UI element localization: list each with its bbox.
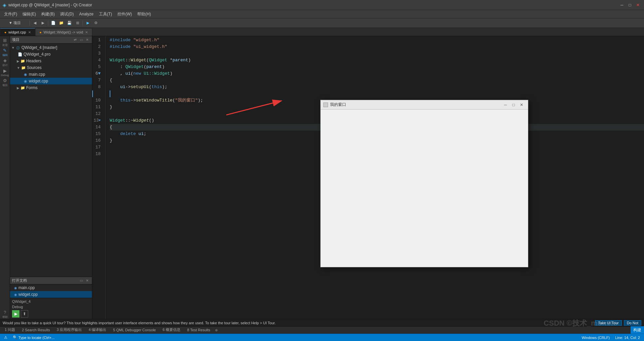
menu-tools[interactable]: 工具(T) <box>96 10 115 18</box>
menu-help[interactable]: 帮助(H) <box>135 10 154 18</box>
tab-close-func[interactable]: ✕ <box>85 30 88 34</box>
debug-buttons: ▶ ⬆ <box>12 310 90 318</box>
toolbar-forward[interactable]: ▶ <box>39 19 47 27</box>
tab-function[interactable]: ● Widget::Widget() -> void ✕ <box>35 28 92 36</box>
punct-brace-open-1: { <box>110 77 112 84</box>
tree-item-sources[interactable]: ▼ 📁 Sources <box>10 64 92 71</box>
float-title-left: 我的窗口 <box>323 102 346 108</box>
toolbar-new[interactable]: 📄 <box>50 19 57 27</box>
line-num-18: 18 <box>92 151 103 157</box>
menu-build[interactable]: 构建(B) <box>39 10 57 18</box>
tree-folder-icon-headers: 📁 <box>20 59 25 63</box>
sidebar-item-welcome[interactable]: ⊞ 欢迎 <box>0 38 10 47</box>
bottom-tab-issues[interactable]: 1 问题 <box>1 327 18 334</box>
sidebar-item-project[interactable]: ⚙ 项目 <box>0 78 10 87</box>
tree-item-forms[interactable]: ▶ 📁 Forms <box>10 84 92 91</box>
open-files-close-btn[interactable]: ✕ <box>85 278 90 283</box>
panel-collapse-btn[interactable]: ▭ <box>78 37 84 43</box>
step-button[interactable]: ⬆ <box>21 310 28 318</box>
edit-label: 编辑 <box>2 53 8 57</box>
menu-controls[interactable]: 控件(W) <box>115 10 135 18</box>
code-line-6: , ui(new Ui::Widget) <box>110 70 644 77</box>
toolbar-save[interactable]: 💾 <box>66 19 73 27</box>
status-line-col[interactable]: Line: 14, Col: 2 <box>614 334 641 341</box>
tree-item-pro[interactable]: 📄 QWidget_4.pro <box>10 51 92 58</box>
op-arrow-2: -> <box>130 97 136 104</box>
sidebar-item-debug[interactable]: ▶ Debug <box>0 68 10 77</box>
bottom-tab-testresults[interactable]: 8 Test Results <box>184 327 214 334</box>
line-num-4: 4 <box>92 57 103 64</box>
tree-item-headers[interactable]: ▶ 📁 Headers <box>10 58 92 64</box>
tree-item-root[interactable]: ▼ ◻ QWidget_4 [master] <box>10 44 92 51</box>
toolbar-debug-run[interactable]: ⚙ <box>92 19 100 27</box>
op-dtor: ::~ <box>125 117 133 124</box>
punct-close-5: ); <box>198 97 203 104</box>
menu-analyze[interactable]: Analyze <box>76 10 96 18</box>
line-num-2: 2 <box>92 44 103 50</box>
close-button[interactable]: ✕ <box>635 2 641 8</box>
open-file-maincpp[interactable]: ◉ main.cpp <box>10 284 92 291</box>
sidebar-item-design[interactable]: ◈ 设计 <box>0 58 10 67</box>
op-colon: : <box>120 64 125 70</box>
minimize-button[interactable]: ─ <box>619 2 625 8</box>
project-header-left: 项目 <box>12 37 19 42</box>
title-bar-controls: ─ □ ✕ <box>619 2 641 8</box>
float-minimize[interactable]: ─ <box>502 101 509 108</box>
punct-brace-close-1: } <box>110 104 112 111</box>
menu-edit[interactable]: 编辑(E) <box>20 10 39 18</box>
toolbar-save-all[interactable]: ⊞ <box>74 19 81 27</box>
run-button[interactable]: ▶ <box>12 310 19 318</box>
toolbar-build[interactable]: ▶ <box>84 19 92 27</box>
maximize-button[interactable]: □ <box>627 2 633 8</box>
open-file-label-main: main.cpp <box>18 285 35 290</box>
toolbar-project-dropdown[interactable]: ▼ 项目 <box>1 19 28 27</box>
indent-10 <box>110 97 120 104</box>
open-file-widgetcpp[interactable]: ◉ widget.cpp <box>10 291 92 298</box>
do-not-button[interactable]: Do Not <box>624 320 641 326</box>
menu-debug[interactable]: 调试(D) <box>57 10 76 18</box>
toolbar-sep-2 <box>48 20 48 26</box>
float-close[interactable]: ✕ <box>518 101 525 108</box>
panel-close-btn[interactable]: ✕ <box>85 37 90 43</box>
line-num-16: 16 <box>92 137 103 144</box>
bottom-tab-more[interactable]: ⊕ <box>215 328 218 332</box>
construct-button[interactable]: 构建 <box>631 326 644 334</box>
bottom-tab-search[interactable]: 2 Search Results <box>18 327 53 334</box>
tree-item-maincpp[interactable]: ◉ main.cpp <box>10 71 92 78</box>
bottom-tab-summary[interactable]: 6 概要信息 <box>159 327 184 334</box>
bottom-tabs: 1 问题 2 Search Results 3 应用程序输出 4 编译输出 5 … <box>0 326 644 334</box>
search-placeholder: Type to locate (Ctrl+... <box>18 336 55 340</box>
toolbar-open[interactable]: 📁 <box>58 19 65 27</box>
sidebar-item-help[interactable]: ? 帮助 <box>0 310 10 319</box>
open-files-arrange-btn[interactable]: ▭ <box>78 278 84 283</box>
float-window-icon <box>323 103 328 107</box>
status-search-box[interactable]: 🔍 Type to locate (Ctrl+... <box>11 334 56 341</box>
toolbar-back[interactable]: ◀ <box>31 19 39 27</box>
float-maximize[interactable]: □ <box>510 101 517 108</box>
tree-item-widgetcpp[interactable]: ◉ widget.cpp <box>10 78 92 84</box>
cls-widget-1: Widget <box>110 57 125 64</box>
line-num-13: 13 ▼ <box>92 117 103 124</box>
panel-sync-btn[interactable]: ⇄ <box>72 37 78 43</box>
bottom-tab-qml[interactable]: 5 QML Debugger Console <box>110 327 159 334</box>
tree-label-widgetcpp: widget.cpp <box>29 79 48 83</box>
tab-close-widget[interactable]: ✕ <box>28 30 31 34</box>
bottom-tab-appoutput[interactable]: 3 应用程序输出 <box>53 327 85 334</box>
kw-include-2: #include <box>110 44 133 50</box>
tree-label-pro: QWidget_4.pro <box>23 52 51 57</box>
project-tree: ▼ ◻ QWidget_4 [master] 📄 QWidget_4.pro ▶… <box>10 44 92 277</box>
tree-file-icon-pro: 📄 <box>18 52 22 57</box>
design-icon: ◈ <box>3 58 7 63</box>
op-scope-1: :: <box>125 57 131 64</box>
sidebar-item-edit[interactable]: ✎ 编辑 <box>0 48 10 57</box>
menu-file[interactable]: 文件(F) <box>1 10 20 18</box>
bottom-tab-compileoutput[interactable]: 4 编译输出 <box>85 327 110 334</box>
welcome-label: 欢迎 <box>2 43 8 47</box>
param-ui-2: ui <box>120 84 125 90</box>
take-tour-button[interactable]: Take UI Tour <box>595 320 622 326</box>
line-num-5: 5 <box>92 64 103 70</box>
tab-widget-cpp[interactable]: ● widget.cpp ✕ <box>0 28 35 36</box>
punct-close-3: ) <box>170 70 173 77</box>
status-issue-icon[interactable]: ⚠ <box>3 334 9 341</box>
status-encoding[interactable]: Windows (CRLF) <box>580 334 611 341</box>
